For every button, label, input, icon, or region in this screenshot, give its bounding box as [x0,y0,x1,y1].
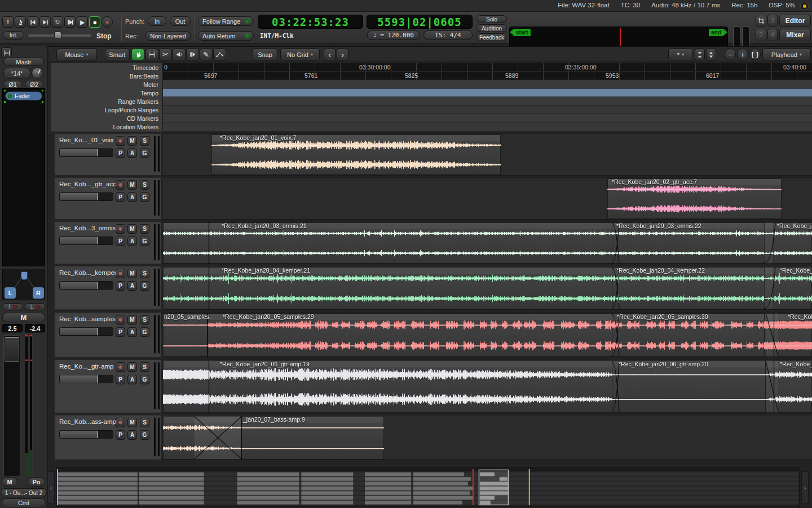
stop-button[interactable]: ■ [89,16,100,28]
track-name-label[interactable]: Rec_Kob...samples [59,316,116,322]
error-log-indicator[interactable] [800,2,809,10]
track-solo-button[interactable]: S [140,224,149,234]
snap-mode-button[interactable]: Snap [253,49,277,60]
track-record-enable-button[interactable] [116,269,125,278]
smart-mode-button[interactable]: Smart [105,49,130,60]
layout-4-button[interactable]: 4 [767,29,778,41]
track-name-label[interactable]: Rec_Kob..._gtr_acc [59,181,116,187]
track-header-6[interactable]: Rec_Ko..._gtr-ampMSPAG [54,360,161,413]
track-group-button[interactable]: G [140,375,149,384]
track-canvas-1[interactable]: *Rec_Kobe_jan20_01_voix.7 [163,133,812,176]
track-name-label[interactable]: Rec_Kob..._kemper [59,269,117,276]
ruler-canvas[interactable]: 003:30:00:0003:35:00:0003:40:00569757615… [163,63,812,132]
cut-tool-button[interactable]: ✂ [159,49,172,60]
monitor-fader-handle[interactable] [5,337,19,362]
goto-end-button[interactable] [39,16,51,28]
punch-in-button[interactable]: In [148,16,166,26]
tempo-button[interactable]: ♩ = 120.000 [367,30,420,40]
metronome-button[interactable] [15,16,26,28]
track-group-button[interactable]: G [140,430,149,440]
track-group-button[interactable]: G [140,237,149,246]
range-tool-button[interactable] [145,49,158,60]
audition-button[interactable]: Audition [476,24,507,32]
ruler-row-7[interactable] [163,122,812,132]
slider-handle[interactable] [97,193,98,200]
ruler-row-3[interactable] [163,89,812,97]
primary-clock[interactable]: 03:22:53:23 [258,15,363,29]
track-automation-button[interactable]: A [127,148,137,158]
summary-scroll-left-button[interactable]: ‹ [47,471,55,504]
track-canvas-3[interactable]: *Rec_Kobe_jan20_03_omnis.21*Rec_Kobe_jan… [163,221,812,264]
edit-internal-tool-button[interactable] [213,49,226,60]
fader-processor-entry[interactable]: Fader [5,91,42,100]
track-mute-button[interactable]: M [127,180,137,190]
track-gain-slider[interactable] [59,327,113,336]
track-automation-button[interactable]: A [127,375,137,384]
output-button[interactable]: 1 - Ou...- Out 2 [1,488,47,497]
mouse-mode-dropdown[interactable]: Mouse▾ [56,49,97,60]
monitor-gain-button[interactable]: *14* [3,68,30,79]
ruler-row-4[interactable] [163,97,812,106]
ruler-row-0[interactable] [163,63,812,72]
track-automation-button[interactable]: A [127,237,137,246]
track-group-button[interactable]: G [140,327,149,337]
marker-select-dropdown[interactable]: *▾ [668,49,693,60]
track-canvas-6[interactable]: *Rec_Kobe_jan20_06_gtr-amp.19*Rec_Kobe_j… [163,360,812,413]
track-solo-button[interactable]: S [140,362,149,372]
feedback-button[interactable]: Feedback [476,33,507,41]
track-header-1[interactable]: Rec_Ko..._01_voixMSPAG [54,133,161,176]
track-record-enable-button[interactable] [116,315,125,325]
track-record-enable-button[interactable] [116,224,125,234]
track-header-3[interactable]: Rec_Kob...3_omnisMSPAG [54,221,161,264]
track-waveform-canvas[interactable] [163,222,812,264]
track-waveform-canvas[interactable] [163,360,812,413]
follow-range-button[interactable]: Follow Range [198,16,254,26]
track-name-label[interactable]: Rec_Ko..._01_voix [59,137,114,143]
audition-tool-button[interactable] [173,49,186,60]
monitor-fader[interactable] [3,335,20,476]
track-header-7[interactable]: Rec_Kob...ass-ampMSPAG [54,415,161,460]
record-mode-button[interactable]: Non-Layered [145,31,191,41]
zoom-focus-dropdown[interactable]: Playhead▾ [762,49,811,60]
nudge-backward-button[interactable]: ‹ [324,49,336,60]
track-gain-slider[interactable] [59,430,113,439]
lock-button[interactable]: L [25,303,46,310]
track-mute-button[interactable]: M [127,362,137,372]
track-playlist-button[interactable]: P [116,148,125,158]
track-gain-slider[interactable] [59,237,113,245]
track-record-enable-button[interactable] [116,418,125,427]
phase-invert-1-button[interactable]: Ø1 [3,81,22,89]
mixer-window-button[interactable]: Mixer [779,29,811,41]
track-mute-button[interactable]: M [127,418,137,427]
track-solo-button[interactable]: S [140,136,149,146]
pan-right-node[interactable]: R [33,287,44,299]
track-group-button[interactable]: G [140,192,149,202]
track-record-enable-button[interactable] [116,136,125,146]
slider-handle[interactable] [97,328,98,335]
track-gain-slider[interactable] [59,375,113,383]
summary-scroll-right-button[interactable]: › [801,471,809,504]
ruler-row-5[interactable] [163,106,812,114]
track-canvas-2[interactable]: *Rec_Kobe_jan20_02_gtr_acc.7 [163,177,812,220]
track-playlist-button[interactable]: P [116,192,125,202]
layout-3-button[interactable]: 3 [767,15,778,27]
auto-return-button[interactable]: Auto Return [198,31,254,41]
timefx-tool-button[interactable] [186,49,199,60]
gain-display[interactable]: 2.5 [2,324,23,332]
nudge-forward-button[interactable]: › [337,49,348,60]
track-playlist-button[interactable]: P [116,430,125,440]
master-bus-button[interactable]: Mastr [3,58,44,66]
track-mute-button[interactable]: M [127,136,137,146]
auto-play-button[interactable] [64,16,76,28]
track-gain-slider[interactable] [59,192,113,201]
shuttle-handle[interactable] [54,32,61,39]
track-mute-button[interactable]: M [127,224,137,234]
record-button[interactable]: ● [102,16,113,28]
track-gain-slider[interactable] [59,148,113,157]
track-solo-button[interactable]: S [140,315,149,325]
phase-invert-2-button[interactable]: Ø2 [25,81,43,89]
track-playlist-button[interactable]: P [116,375,125,384]
track-header-5[interactable]: Rec_Kob...samplesMSPAG [54,312,161,357]
goto-start-button[interactable] [27,16,38,28]
track-name-label[interactable]: Rec_Kob...3_omnis [59,225,116,231]
